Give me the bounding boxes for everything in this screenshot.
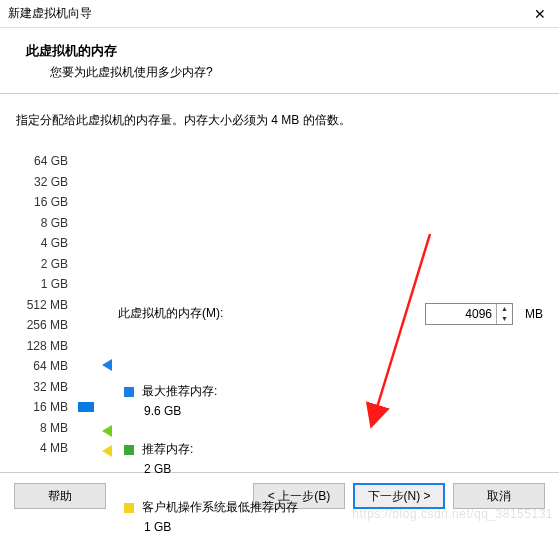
- rec-marker-icon: [102, 425, 112, 437]
- scale-tick: 2 GB: [16, 254, 68, 275]
- instruction-text: 指定分配给此虚拟机的内存量。内存大小必须为 4 MB 的倍数。: [16, 112, 543, 129]
- scale-tick: 4 GB: [16, 233, 68, 254]
- close-icon[interactable]: ✕: [527, 6, 553, 22]
- scale-tick: 8 GB: [16, 213, 68, 234]
- scale-tick: 64 MB: [16, 356, 68, 377]
- spinner-down-icon[interactable]: ▼: [497, 314, 512, 324]
- wizard-body: 指定分配给此虚拟机的内存量。内存大小必须为 4 MB 的倍数。 64 GB 32…: [0, 93, 559, 473]
- page-subtitle: 您要为此虚拟机使用多少内存?: [26, 60, 539, 81]
- legend-max: 最大推荐内存: 9.6 GB: [124, 383, 217, 418]
- legend-min: 客户机操作系统最低推荐内存 1 GB: [124, 499, 298, 534]
- square-yellow-icon: [124, 503, 134, 513]
- scale-tick: 8 MB: [16, 418, 68, 439]
- memory-input[interactable]: [426, 305, 496, 323]
- next-button[interactable]: 下一步(N) >: [353, 483, 445, 509]
- scale-tick: 1 GB: [16, 274, 68, 295]
- legend-max-value: 9.6 GB: [124, 404, 217, 418]
- scale-tick: 16 GB: [16, 192, 68, 213]
- help-button[interactable]: 帮助: [14, 483, 106, 509]
- spinner-up-icon[interactable]: ▲: [497, 304, 512, 314]
- min-marker-icon: [102, 445, 112, 457]
- titlebar: 新建虚拟机向导 ✕: [0, 0, 559, 28]
- scale-tick: 256 MB: [16, 315, 68, 336]
- legend-rec-label: 推荐内存:: [142, 442, 193, 456]
- legend-rec: 推荐内存: 2 GB: [124, 441, 193, 476]
- spinner-arrows[interactable]: ▲ ▼: [496, 304, 512, 324]
- memory-spinner[interactable]: ▲ ▼: [425, 303, 513, 325]
- memory-unit: MB: [525, 307, 543, 321]
- wizard-header: 此虚拟机的内存 您要为此虚拟机使用多少内存?: [0, 28, 559, 93]
- legend-max-label: 最大推荐内存:: [142, 384, 217, 398]
- memory-scale: 64 GB 32 GB 16 GB 8 GB 4 GB 2 GB 1 GB 51…: [16, 151, 74, 459]
- scale-tick: 32 GB: [16, 172, 68, 193]
- legend-min-value: 1 GB: [124, 520, 298, 534]
- square-green-icon: [124, 445, 134, 455]
- page-title: 此虚拟机的内存: [26, 42, 539, 60]
- max-marker-icon: [102, 359, 112, 371]
- scale-tick: 64 GB: [16, 151, 68, 172]
- cancel-button[interactable]: 取消: [453, 483, 545, 509]
- scale-tick: 128 MB: [16, 336, 68, 357]
- memory-label: 此虚拟机的内存(M):: [118, 305, 419, 322]
- window-title: 新建虚拟机向导: [8, 5, 92, 22]
- square-blue-icon: [124, 387, 134, 397]
- slider-handle[interactable]: [78, 402, 94, 412]
- scale-tick: 16 MB: [16, 397, 68, 418]
- watermark: https://blog.csdn.net/qq_38155131: [352, 507, 553, 521]
- scale-tick: 32 MB: [16, 377, 68, 398]
- legend-rec-value: 2 GB: [124, 462, 193, 476]
- scale-tick: 512 MB: [16, 295, 68, 316]
- legend-min-label: 客户机操作系统最低推荐内存: [142, 500, 298, 514]
- scale-tick: 4 MB: [16, 438, 68, 459]
